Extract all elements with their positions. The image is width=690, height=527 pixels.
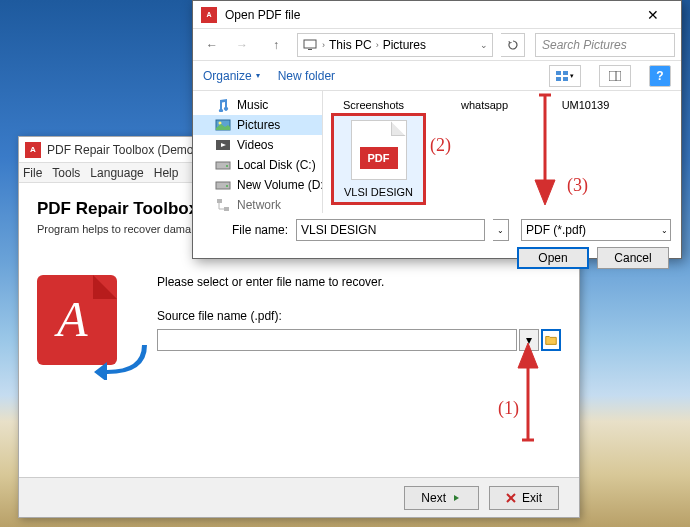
- crumb-folder[interactable]: Pictures: [383, 38, 426, 52]
- instruction-text: Please select or enter file name to reco…: [157, 275, 561, 289]
- pictures-icon: [215, 118, 231, 132]
- svg-rect-6: [609, 71, 621, 81]
- dlg-nav: ← → ↑ › This PC › Pictures ⌄ Search Pict…: [193, 29, 681, 61]
- menu-help[interactable]: Help: [154, 166, 179, 180]
- sidebar-item-pictures[interactable]: Pictures: [193, 115, 322, 135]
- menu-file[interactable]: File: [23, 166, 42, 180]
- search-input[interactable]: Search Pictures: [535, 33, 675, 57]
- pdf-file-icon: PDF: [351, 120, 407, 180]
- refresh-icon: [507, 39, 519, 51]
- drive-icon: [215, 158, 231, 172]
- svg-rect-15: [217, 199, 222, 203]
- nav-back-button[interactable]: ←: [199, 33, 225, 57]
- cancel-button[interactable]: Cancel: [597, 247, 669, 269]
- svg-rect-13: [216, 182, 230, 189]
- svg-point-14: [226, 185, 228, 187]
- filetype-value: PDF (*.pdf): [526, 223, 586, 237]
- pc-icon: [302, 37, 318, 53]
- view-mode-button[interactable]: ▾: [549, 65, 581, 87]
- nav-forward-button[interactable]: →: [229, 33, 255, 57]
- file-name-label: VLSI DESIGN: [338, 186, 419, 198]
- sidebar-item-videos[interactable]: Videos: [193, 135, 322, 155]
- file-item-screenshots[interactable]: Screenshots: [331, 95, 416, 111]
- filename-dropdown[interactable]: ⌄: [493, 219, 509, 241]
- exit-label: Exit: [522, 491, 542, 505]
- next-label: Next: [421, 491, 446, 505]
- menu-language[interactable]: Language: [90, 166, 143, 180]
- sidebar-item-music[interactable]: Music: [193, 95, 322, 115]
- svg-rect-1: [308, 49, 312, 50]
- dlg-close-button[interactable]: ✕: [633, 1, 673, 29]
- dlg-sidebar: Music Pictures Videos Local Disk (C:) Ne…: [193, 91, 323, 213]
- new-folder-button[interactable]: New folder: [278, 69, 335, 83]
- open-button[interactable]: Open: [517, 247, 589, 269]
- svg-point-12: [226, 165, 228, 167]
- close-icon: [506, 493, 516, 503]
- svg-rect-2: [556, 71, 561, 75]
- videos-icon: [215, 138, 231, 152]
- source-file-input[interactable]: [157, 329, 517, 351]
- exit-button[interactable]: Exit: [489, 486, 559, 510]
- sidebar-item-localdisk[interactable]: Local Disk (C:): [193, 155, 322, 175]
- svg-rect-11: [216, 162, 230, 169]
- refresh-button[interactable]: [501, 33, 525, 57]
- sidebar-item-newvolume[interactable]: New Volume (D:: [193, 175, 322, 195]
- dlg-title: Open PDF file: [225, 8, 633, 22]
- chevron-right-icon: ›: [322, 40, 325, 50]
- dlg-app-icon: A: [201, 7, 217, 23]
- drive-icon: [215, 178, 231, 192]
- next-button[interactable]: Next: [404, 486, 479, 510]
- menu-tools[interactable]: Tools: [52, 166, 80, 180]
- breadcrumb[interactable]: › This PC › Pictures ⌄: [297, 33, 493, 57]
- dlg-body: Music Pictures Videos Local Disk (C:) Ne…: [193, 91, 681, 213]
- filetype-select[interactable]: PDF (*.pdf) ⌄: [521, 219, 671, 241]
- dlg-bottom: File name: ⌄ PDF (*.pdf) ⌄ Open Cancel: [193, 213, 681, 275]
- nav-up-button[interactable]: ↑: [263, 33, 289, 57]
- file-item-vlsi[interactable]: PDF VLSI DESIGN: [331, 113, 426, 205]
- bg-footer: Next Exit: [19, 477, 579, 517]
- thumbnails-icon: [556, 71, 568, 81]
- chevron-right-icon: ›: [376, 40, 379, 50]
- filename-input[interactable]: [296, 219, 485, 241]
- dlg-titlebar: A Open PDF file ✕: [193, 1, 681, 29]
- svg-rect-4: [556, 77, 561, 81]
- source-dropdown-button[interactable]: ▾: [519, 329, 539, 351]
- arrow-right-icon: [452, 493, 462, 503]
- network-icon: [215, 198, 231, 212]
- sidebar-item-network[interactable]: Network: [193, 195, 322, 213]
- search-placeholder: Search Pictures: [542, 38, 627, 52]
- app-logo: A: [37, 275, 137, 375]
- preview-pane-button[interactable]: [599, 65, 631, 87]
- svg-rect-5: [563, 77, 568, 81]
- open-file-dialog: A Open PDF file ✕ ← → ↑ › This PC › Pict…: [192, 0, 682, 259]
- source-label: Source file name (.pdf):: [157, 309, 561, 323]
- svg-rect-0: [304, 40, 316, 48]
- app-icon: A: [25, 142, 41, 158]
- file-list: Screenshots PDF VLSI DESIGN whatsapp UM1…: [323, 91, 681, 213]
- chevron-down-icon: ⌄: [661, 226, 668, 235]
- crumb-pc[interactable]: This PC: [329, 38, 372, 52]
- music-icon: [215, 98, 231, 112]
- help-button[interactable]: ?: [649, 65, 671, 87]
- svg-rect-3: [563, 71, 568, 75]
- pane-icon: [609, 71, 621, 81]
- filename-label: File name:: [203, 223, 288, 237]
- file-item-whatsapp[interactable]: whatsapp: [442, 95, 527, 111]
- file-item-um10139[interactable]: UM10139: [543, 95, 628, 111]
- organize-button[interactable]: Organize ▾: [203, 69, 260, 83]
- dlg-toolbar: Organize ▾ New folder ▾ ?: [193, 61, 681, 91]
- chevron-down-icon[interactable]: ⌄: [480, 40, 488, 50]
- svg-rect-16: [224, 207, 229, 211]
- browse-button[interactable]: [541, 329, 561, 351]
